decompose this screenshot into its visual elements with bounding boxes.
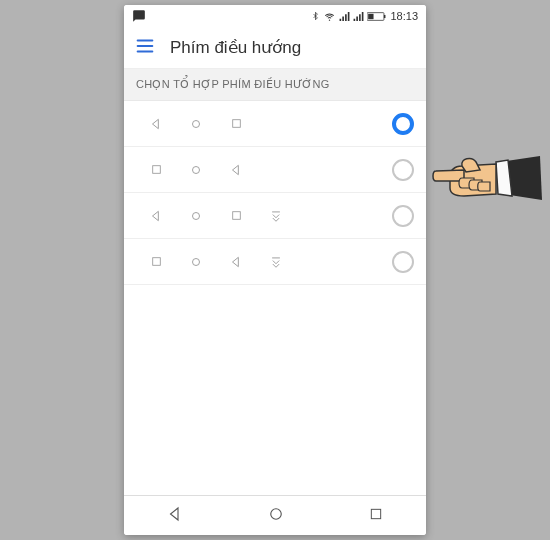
svg-point-6 [193, 120, 200, 127]
nav-home-icon[interactable] [267, 505, 285, 527]
status-bar: 18:13 [124, 5, 426, 27]
back-triangle-icon [136, 117, 176, 131]
status-time: 18:13 [390, 10, 418, 22]
chat-icon [132, 9, 146, 23]
nav-option-row[interactable] [124, 193, 426, 239]
svg-rect-8 [152, 166, 160, 174]
home-circle-icon [176, 209, 216, 223]
back-triangle-icon [216, 255, 256, 269]
svg-rect-13 [152, 258, 160, 266]
radio-button[interactable] [392, 205, 414, 227]
signal-icon [339, 11, 350, 22]
svg-rect-17 [372, 509, 381, 518]
pointer-hand-illustration [432, 148, 542, 208]
home-circle-icon [176, 255, 216, 269]
battery-icon [367, 11, 387, 22]
wifi-icon [323, 11, 336, 22]
system-nav-bar [124, 495, 426, 535]
nav-back-icon[interactable] [166, 505, 184, 527]
status-right: 18:13 [311, 10, 418, 22]
nav-option-row[interactable] [124, 239, 426, 285]
bluetooth-icon [311, 10, 320, 22]
recent-square-icon [136, 255, 176, 268]
recent-square-icon [216, 117, 256, 130]
svg-rect-11 [232, 212, 240, 220]
recent-square-icon [136, 163, 176, 176]
svg-point-14 [193, 258, 200, 265]
svg-rect-1 [384, 14, 386, 17]
page-title: Phím điều hướng [170, 37, 301, 58]
back-triangle-icon [216, 163, 256, 177]
radio-button[interactable] [392, 159, 414, 181]
svg-rect-2 [369, 13, 374, 18]
menu-icon[interactable] [134, 35, 156, 61]
radio-button[interactable] [392, 113, 414, 135]
signal-icon-2 [353, 11, 364, 22]
home-circle-icon [176, 117, 216, 131]
svg-point-9 [193, 166, 200, 173]
svg-point-16 [271, 508, 282, 519]
app-bar: Phím điều hướng [124, 27, 426, 69]
svg-rect-7 [232, 120, 240, 128]
svg-point-10 [193, 212, 200, 219]
pull-down-icon [256, 209, 296, 223]
radio-button[interactable] [392, 251, 414, 273]
home-circle-icon [176, 163, 216, 177]
pull-down-icon [256, 255, 296, 269]
phone-frame: 18:13 Phím điều hướng CHỌN TỔ HỢP PHÍM Đ… [124, 5, 426, 535]
recent-square-icon [216, 209, 256, 222]
nav-option-row[interactable] [124, 147, 426, 193]
nav-recent-icon[interactable] [368, 506, 384, 526]
section-header: CHỌN TỔ HỢP PHÍM ĐIỀU HƯỚNG [124, 69, 426, 101]
nav-key-list [124, 101, 426, 495]
nav-option-row[interactable] [124, 101, 426, 147]
back-triangle-icon [136, 209, 176, 223]
